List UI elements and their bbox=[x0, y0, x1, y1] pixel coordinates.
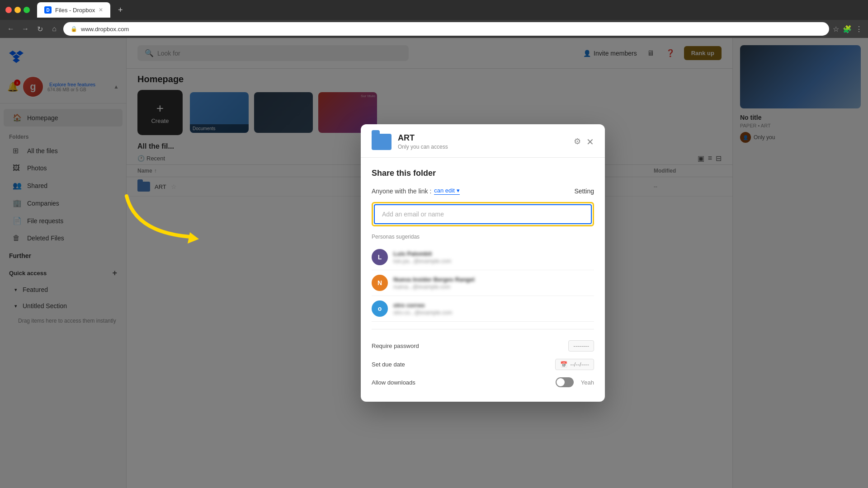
downloads-toggle[interactable] bbox=[556, 377, 574, 387]
browser-tab[interactable]: D Files - Dropbox ✕ bbox=[37, 2, 110, 18]
menu-icon[interactable]: ⋮ bbox=[855, 25, 863, 33]
persona-item-2[interactable]: N Nueva Insider Berges Rangel nueva...@e… bbox=[372, 270, 594, 296]
downloads-toggle-group: Yeah bbox=[556, 377, 594, 387]
personas-section: Personas sugeridas L Luis Palombit luis.… bbox=[372, 234, 594, 322]
can-edit-dropdown[interactable]: can edit ▾ bbox=[434, 187, 460, 195]
back-button[interactable]: ← bbox=[5, 23, 16, 34]
persona-avatar-3: o bbox=[372, 300, 388, 317]
share-modal-title: Share this folder bbox=[372, 169, 594, 178]
link-label: Anyone with the link : bbox=[372, 188, 431, 195]
bookmark-icon[interactable]: ☆ bbox=[833, 25, 839, 33]
lock-icon: 🔒 bbox=[71, 26, 77, 32]
modal-folder-icon bbox=[372, 134, 392, 150]
tab-close-button[interactable]: ✕ bbox=[99, 7, 103, 13]
persona-info-2: Nueva Insider Berges Rangel nueva...@exa… bbox=[393, 276, 594, 290]
persona-info-1: Luis Palombit luis.pa...@example.com bbox=[393, 250, 594, 264]
modal-title-area: ART Only you can access bbox=[398, 133, 567, 150]
modal-body: Share this folder Anyone with the link :… bbox=[361, 158, 605, 402]
modal-folder-subtitle: Only you can access bbox=[398, 144, 567, 150]
browser-action-buttons: ☆ 🧩 ⋮ bbox=[833, 25, 863, 33]
persona-name-3: otro correo bbox=[393, 302, 594, 309]
date-value: --/--/---- bbox=[570, 361, 589, 368]
date-label: Set due date bbox=[372, 361, 405, 368]
extensions-icon[interactable]: 🧩 bbox=[843, 25, 852, 33]
browser-toolbar: ← → ↻ ⌂ 🔒 www.dropbox.com ☆ 🧩 ⋮ bbox=[0, 20, 868, 38]
date-row: Set due date 📅 --/--/---- bbox=[372, 355, 594, 374]
dropdown-chevron-icon: ▾ bbox=[457, 187, 460, 194]
share-link-row: Anyone with the link : can edit ▾ Settin… bbox=[372, 187, 594, 195]
tab-favicon: D bbox=[44, 6, 52, 14]
minimize-window-button[interactable] bbox=[14, 7, 21, 13]
share-modal: ART Only you can access ⚙ ✕ Share this f… bbox=[361, 124, 605, 402]
password-row: Require password -------- bbox=[372, 337, 594, 355]
home-button[interactable]: ⌂ bbox=[49, 23, 60, 34]
tab-title: Files - Dropbox bbox=[55, 7, 95, 14]
persona-email-2: nueva...@example.com bbox=[393, 284, 594, 290]
link-permission-area: Anyone with the link : can edit ▾ bbox=[372, 187, 460, 195]
app-container: 🔔 3 g Explore free features 674.86 MB or… bbox=[0, 38, 868, 488]
url-display: www.dropbox.com bbox=[81, 26, 129, 33]
persona-name-2: Nueva Insider Berges Rangel bbox=[393, 276, 594, 283]
persona-avatar-2: N bbox=[372, 275, 388, 291]
modal-header-actions: ⚙ ✕ bbox=[574, 136, 594, 147]
modal-header: ART Only you can access ⚙ ✕ bbox=[361, 124, 605, 158]
setting-link[interactable]: Setting bbox=[574, 188, 594, 195]
persona-email-3: otro.co...@example.com bbox=[393, 310, 594, 316]
persona-email-1: luis.pa...@example.com bbox=[393, 258, 594, 264]
persona-info-3: otro correo otro.co...@example.com bbox=[393, 302, 594, 316]
toggle-knob bbox=[557, 378, 565, 386]
browser-titlebar: D Files - Dropbox ✕ + bbox=[0, 0, 868, 20]
persona-item-1[interactable]: L Luis Palombit luis.pa...@example.com bbox=[372, 244, 594, 270]
downloads-toggle-label: Yeah bbox=[581, 379, 594, 386]
modal-close-icon[interactable]: ✕ bbox=[586, 136, 594, 147]
new-tab-button[interactable]: + bbox=[114, 4, 127, 16]
window-controls bbox=[5, 7, 30, 13]
downloads-label: Allow downloads bbox=[372, 379, 415, 386]
modal-folder-name: ART bbox=[398, 133, 567, 143]
forward-button[interactable]: → bbox=[20, 23, 31, 34]
persona-item-3[interactable]: o otro correo otro.co...@example.com bbox=[372, 296, 594, 322]
date-input[interactable]: 📅 --/--/---- bbox=[555, 359, 594, 370]
close-window-button[interactable] bbox=[5, 7, 12, 13]
persona-avatar-1: L bbox=[372, 249, 388, 265]
email-input-wrapper bbox=[372, 202, 594, 226]
persona-name-1: Luis Palombit bbox=[393, 250, 594, 257]
password-label: Require password bbox=[372, 343, 419, 349]
browser-chrome: D Files - Dropbox ✕ + ← → ↻ ⌂ 🔒 www.drop… bbox=[0, 0, 868, 38]
address-bar[interactable]: 🔒 www.dropbox.com bbox=[63, 22, 829, 36]
calendar-icon: 📅 bbox=[560, 361, 567, 368]
email-input[interactable] bbox=[374, 204, 592, 224]
maximize-window-button[interactable] bbox=[24, 7, 30, 13]
can-edit-label: can edit bbox=[434, 187, 455, 194]
personas-title: Personas sugeridas bbox=[372, 234, 594, 240]
refresh-button[interactable]: ↻ bbox=[34, 23, 45, 34]
divider bbox=[372, 329, 594, 329]
downloads-row: Allow downloads Yeah bbox=[372, 374, 594, 391]
modal-settings-icon[interactable]: ⚙ bbox=[574, 136, 581, 147]
password-value[interactable]: -------- bbox=[568, 340, 594, 352]
